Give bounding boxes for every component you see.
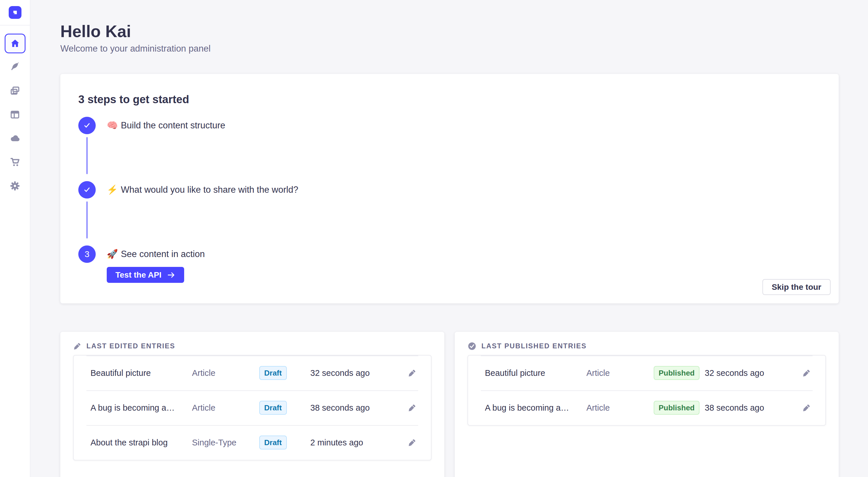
sidebar — [0, 0, 30, 477]
brain-emoji-icon: 🧠 — [107, 120, 118, 130]
status-badge: Published — [654, 401, 700, 415]
sidebar-item-media-library[interactable] — [5, 79, 26, 103]
app-root: Hello Kai Welcome to your administration… — [0, 0, 868, 477]
table-row: A bug is becoming a… Article Published 3… — [468, 390, 825, 425]
cloud-icon — [9, 133, 21, 144]
sidebar-item-settings[interactable] — [5, 174, 26, 198]
entry-title: A bug is becoming a… — [91, 403, 192, 413]
entry-status-cell: Published — [654, 401, 705, 415]
main-content: Hello Kai Welcome to your administration… — [30, 0, 868, 477]
test-api-button[interactable]: Test the API — [107, 267, 184, 283]
step-3-label: 🚀See content in action — [107, 245, 205, 263]
pencil-icon — [73, 342, 82, 350]
pencil-icon — [802, 403, 811, 412]
sidebar-nav — [0, 26, 30, 198]
tour-steps: 🧠Build the content structure ⚡What wou — [78, 117, 821, 283]
tour-title: 3 steps to get started — [78, 93, 821, 106]
sidebar-item-content-manager[interactable] — [5, 55, 26, 79]
entry-title: About the strapi blog — [91, 438, 192, 447]
status-badge: Draft — [259, 401, 287, 415]
tour-step-3: 3 🚀See content in action Test the API — [78, 245, 821, 283]
status-badge: Published — [654, 366, 700, 380]
step-3-rail: 3 — [78, 245, 96, 283]
tour-step-2: ⚡What would you like to share with the w… — [78, 181, 821, 238]
step-1-rail — [78, 117, 96, 174]
step-connector-line — [86, 137, 88, 174]
logo-area — [0, 0, 30, 26]
entry-status-cell: Draft — [259, 401, 310, 415]
entry-time: 38 seconds ago — [705, 403, 798, 413]
entry-type: Article — [586, 403, 654, 413]
entry-type: Single-Type — [192, 438, 259, 447]
last-published-card: LAST PUBLISHED ENTRIES Beautiful picture… — [455, 332, 839, 477]
last-published-header: LAST PUBLISHED ENTRIES — [467, 342, 826, 350]
last-published-table: Beautiful picture Article Published 32 s… — [467, 355, 826, 426]
edit-entry-button[interactable] — [404, 369, 416, 377]
entry-title: Beautiful picture — [485, 368, 586, 378]
step-2-check-circle — [78, 181, 96, 199]
lightning-emoji-icon: ⚡ — [107, 184, 118, 195]
sidebar-item-marketplace[interactable] — [5, 150, 26, 174]
sidebar-item-home[interactable] — [5, 34, 26, 53]
table-row: A bug is becoming a… Article Draft 38 se… — [74, 390, 431, 425]
page-header: Hello Kai Welcome to your administration… — [60, 0, 839, 55]
skip-tour-button[interactable]: Skip the tour — [763, 279, 831, 295]
status-badge: Draft — [259, 366, 287, 380]
check-icon — [83, 186, 91, 194]
entry-type: Article — [586, 368, 654, 378]
step-3-number-circle: 3 — [78, 245, 96, 263]
page-subtitle: Welcome to your administration panel — [60, 43, 839, 55]
step-3-body: 🚀See content in action Test the API — [107, 245, 205, 283]
entry-title: Beautiful picture — [91, 368, 192, 378]
step-connector-line — [86, 201, 88, 238]
entry-type: Article — [192, 403, 259, 413]
tour-step-1: 🧠Build the content structure — [78, 117, 821, 174]
last-edited-header: LAST EDITED ENTRIES — [73, 342, 432, 350]
gear-icon — [9, 180, 21, 192]
last-edited-table: Beautiful picture Article Draft 32 secon… — [73, 355, 432, 461]
sidebar-item-content-type-builder[interactable] — [5, 103, 26, 126]
edit-entry-button[interactable] — [404, 438, 416, 447]
pencil-icon — [802, 369, 811, 377]
entry-title: A bug is becoming a… — [485, 403, 586, 413]
edit-entry-button[interactable] — [798, 369, 811, 377]
arrow-right-icon — [167, 271, 176, 279]
step-1-label: 🧠Build the content structure — [107, 117, 225, 174]
check-circle-icon — [467, 342, 476, 351]
widgets-section: LAST EDITED ENTRIES Beautiful picture Ar… — [60, 332, 839, 477]
entry-time: 38 seconds ago — [310, 403, 404, 413]
step-1-check-circle — [78, 117, 96, 134]
home-icon — [10, 38, 20, 49]
media-library-icon — [9, 86, 20, 96]
edit-entry-button[interactable] — [798, 403, 811, 412]
feather-icon — [10, 62, 20, 72]
table-row: Beautiful picture Article Published 32 s… — [468, 355, 825, 390]
entry-status-cell: Draft — [259, 436, 310, 449]
layout-icon — [9, 109, 20, 120]
pencil-icon — [408, 438, 416, 447]
table-row: About the strapi blog Single-Type Draft … — [74, 425, 431, 460]
strapi-logo-icon — [11, 9, 19, 16]
strapi-logo[interactable] — [9, 6, 22, 19]
step-2-label: ⚡What would you like to share with the w… — [107, 181, 298, 238]
entry-status-cell: Draft — [259, 366, 310, 380]
page-title: Hello Kai — [60, 22, 839, 41]
last-published-title: LAST PUBLISHED ENTRIES — [482, 342, 587, 350]
status-badge: Draft — [259, 436, 287, 449]
entry-time: 32 seconds ago — [310, 368, 404, 378]
step-2-rail — [78, 181, 96, 238]
edit-entry-button[interactable] — [404, 403, 416, 412]
entry-status-cell: Published — [654, 366, 705, 380]
last-edited-title: LAST EDITED ENTRIES — [86, 342, 175, 350]
check-icon — [83, 122, 91, 130]
pencil-icon — [408, 369, 416, 377]
entry-type: Article — [192, 368, 259, 378]
cart-icon — [9, 157, 21, 168]
entry-time: 2 minutes ago — [310, 438, 404, 447]
pencil-icon — [408, 403, 416, 412]
get-started-card: 3 steps to get started 🧠Build the conten… — [60, 74, 839, 303]
last-edited-card: LAST EDITED ENTRIES Beautiful picture Ar… — [60, 332, 444, 477]
table-row: Beautiful picture Article Draft 32 secon… — [74, 355, 431, 390]
sidebar-item-cloud[interactable] — [5, 126, 26, 150]
entry-time: 32 seconds ago — [705, 368, 798, 378]
